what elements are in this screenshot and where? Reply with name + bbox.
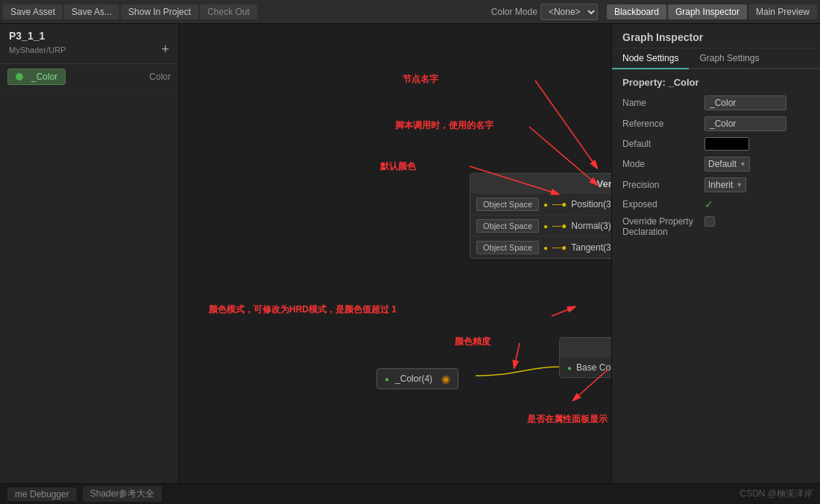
fragment-port-row-1: ● Base Color(3) xyxy=(560,358,611,377)
vertex-node: Vertex Object Space ● —● Position(3) Obj… xyxy=(470,173,611,259)
color-node-indicator: ◉ xyxy=(441,373,450,385)
prop-row-override: Override Property Declaration xyxy=(622,216,810,237)
vertex-port-row-3: Object Space ● —● Tangent(3) xyxy=(470,237,611,258)
vertex-node-header: Vertex xyxy=(470,174,611,194)
property-type: Color xyxy=(149,72,171,82)
svg-line-0 xyxy=(535,81,596,167)
annotation-script-name: 脚本调用时，使用的名字 xyxy=(395,119,493,132)
prop-label-default: Default xyxy=(622,139,704,149)
vertex-port-row-1: Object Space ● —● Position(3) xyxy=(470,194,611,215)
bottom-tab-debugger[interactable]: me Debugger xyxy=(7,488,77,501)
prop-dropdown-mode[interactable]: Default ▼ xyxy=(704,157,750,171)
color-node-name: _Color(4) xyxy=(395,374,432,384)
property-dot xyxy=(16,73,23,81)
right-panel: Graph Inspector Node Settings Graph Sett… xyxy=(611,24,820,483)
main-layout: P3_1_1 MyShader/URP + _Color Color Verte… xyxy=(0,24,820,483)
property-name-btn[interactable]: _Color xyxy=(7,69,66,85)
panel-content: Property: _Color Name Reference Default … xyxy=(612,69,820,251)
port-name-2: Normal(3) xyxy=(571,221,611,231)
bottom-credit: CSDN @楠溪泽岸 xyxy=(739,488,813,500)
prop-row-default: Default xyxy=(622,137,810,151)
tab-node-settings[interactable]: Node Settings xyxy=(612,48,689,69)
fragment-node: Fragment ● Base Color(3) xyxy=(559,337,611,378)
tab-graph-settings[interactable]: Graph Settings xyxy=(689,48,769,69)
port-object-space-1[interactable]: Object Space xyxy=(476,198,539,211)
override-label-group: Override Property Declaration xyxy=(622,216,704,237)
annotation-default-color: 默认颜色 xyxy=(380,160,416,173)
graph-inspector-button[interactable]: Graph Inspector xyxy=(668,4,747,19)
override-checkbox[interactable] xyxy=(704,216,715,227)
port-dot-3: ● xyxy=(543,244,548,252)
prop-label-exposed: Exposed xyxy=(622,199,704,210)
precision-dropdown-arrow: ▼ xyxy=(736,181,742,189)
declaration-label: Declaration xyxy=(622,227,704,237)
mode-dropdown-arrow: ▼ xyxy=(739,160,746,168)
property-section-title: Property: _Color xyxy=(622,77,810,88)
color-mode-group: Color Mode <None> xyxy=(491,4,598,20)
bottom-tab-shader-ref[interactable]: Shader参考大全 xyxy=(83,486,163,502)
prop-row-mode: Mode Default ▼ xyxy=(622,157,810,171)
port-dot-2: ● xyxy=(543,222,548,230)
shader-info: P3_1_1 MyShader/URP + xyxy=(0,24,178,64)
main-preview-button[interactable]: Main Preview xyxy=(748,4,817,19)
prop-row-exposed: Exposed ✓ xyxy=(622,198,810,210)
prop-input-name[interactable] xyxy=(704,95,786,110)
graph-inspector-title: Graph Inspector xyxy=(612,24,820,48)
panel-tabs: Node Settings Graph Settings xyxy=(612,48,820,69)
prop-label-mode: Mode xyxy=(622,159,704,169)
port-arrow-1: —● xyxy=(552,199,567,210)
prop-row-precision: Precision Inherit ▼ xyxy=(622,177,810,192)
override-label: Override Property xyxy=(622,216,704,227)
color-mode-select[interactable]: <None> xyxy=(540,4,598,20)
prop-row-reference: Reference xyxy=(622,116,810,131)
save-asset-button[interactable]: Save Asset xyxy=(3,4,63,19)
prop-row-name: Name xyxy=(622,95,810,110)
check-out-button[interactable]: Check Out xyxy=(200,4,257,19)
add-property-button[interactable]: + xyxy=(161,42,169,57)
port-object-space-2[interactable]: Object Space xyxy=(476,219,539,233)
shader-name: P3_1_1 xyxy=(9,30,169,42)
port-dot-1: ● xyxy=(543,201,548,209)
annotation-color-precision: 颜色精度 xyxy=(455,336,491,348)
prop-label-name: Name xyxy=(622,98,704,108)
fragment-port-name: Base Color(3) xyxy=(576,362,611,373)
color-mode-label: Color Mode xyxy=(491,7,537,17)
fragment-node-header: Fragment xyxy=(560,338,611,358)
port-object-space-3[interactable]: Object Space xyxy=(476,241,539,254)
svg-line-3 xyxy=(552,307,574,316)
prop-exposed-check[interactable]: ✓ xyxy=(704,198,713,210)
save-as-button[interactable]: Save As... xyxy=(64,4,119,19)
prop-input-reference[interactable] xyxy=(704,116,786,131)
annotation-node-name: 节点名字 xyxy=(403,73,438,86)
port-name-1: Position(3) xyxy=(571,199,611,210)
svg-line-4 xyxy=(514,343,520,367)
prop-label-reference: Reference xyxy=(622,119,704,129)
prop-color-swatch[interactable] xyxy=(704,137,749,151)
prop-label-precision: Precision xyxy=(622,180,704,190)
port-arrow-3: —● xyxy=(552,242,567,253)
toolbar: Save Asset Save As... Show In Project Ch… xyxy=(0,0,820,24)
prop-dropdown-precision[interactable]: Inherit ▼ xyxy=(704,177,746,192)
fragment-port-dot: ● xyxy=(567,364,572,372)
port-name-3: Tangent(3) xyxy=(571,242,611,253)
bottom-bar: me Debugger Shader参考大全 CSDN @楠溪泽岸 xyxy=(0,483,820,504)
prop-mode-value: Default xyxy=(708,159,737,169)
annotation-color-mode: 颜色模式，可修改为HRD模式，是颜色值超过 1 xyxy=(209,303,397,316)
shader-path: MyShader/URP xyxy=(9,45,66,54)
property-name: _Color xyxy=(31,72,57,82)
property-item[interactable]: _Color Color xyxy=(0,64,178,90)
center-canvas[interactable]: Vertex Object Space ● —● Position(3) Obj… xyxy=(179,24,611,483)
prop-precision-value: Inherit xyxy=(708,180,733,190)
blackboard-button[interactable]: Blackboard xyxy=(607,4,666,19)
vertex-port-row-2: Object Space ● —● Normal(3) xyxy=(470,215,611,237)
left-panel: P3_1_1 MyShader/URP + _Color Color xyxy=(0,24,179,483)
port-arrow-2: —● xyxy=(552,221,567,231)
color-node: ● _Color(4) ◉ xyxy=(376,368,458,389)
show-in-project-button[interactable]: Show In Project xyxy=(121,4,198,19)
color-node-dot: ● xyxy=(385,375,389,383)
